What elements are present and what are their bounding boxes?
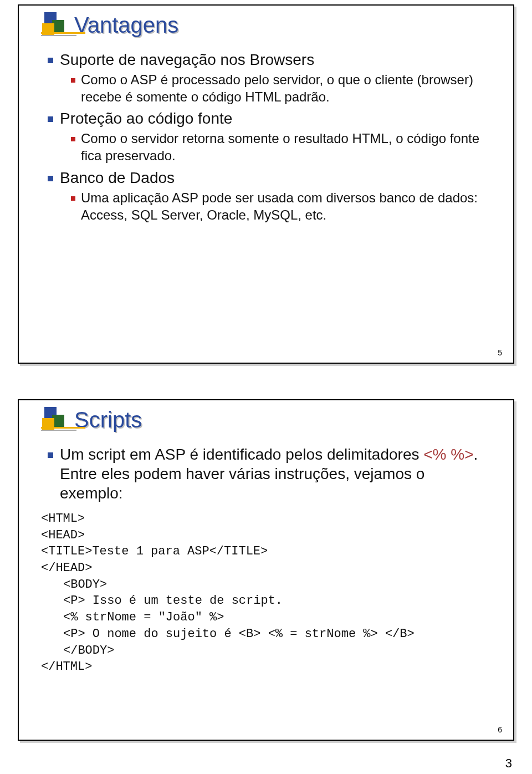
slide-vantagens: Vantagens Suporte de navegação nos Brows…	[18, 4, 514, 364]
slide-number: 6	[498, 725, 502, 734]
delimiter-text: <% %>	[423, 446, 473, 463]
bullet-list: Um script em ASP é identificado pelos de…	[41, 445, 491, 503]
item-label: Banco de Dados	[60, 169, 175, 186]
sub-item: Como o ASP é processado pelo servidor, o…	[71, 72, 491, 105]
bullet-list: Suporte de navegação nos Browsers Como o…	[41, 50, 491, 223]
list-item: Um script em ASP é identificado pelos de…	[48, 445, 491, 503]
code-line: </BODY>	[41, 643, 491, 659]
code-line: </HTML>	[41, 659, 491, 675]
list-item: Suporte de navegação nos Browsers Como o…	[48, 50, 491, 105]
list-item: Proteção ao código fonte Como o servidor…	[48, 109, 491, 164]
slide-number: 5	[498, 348, 502, 357]
slide-logo-icon	[41, 407, 66, 432]
sub-item: Uma aplicação ASP pode ser usada com div…	[71, 190, 491, 223]
item-label: Suporte de navegação nos Browsers	[60, 51, 314, 68]
code-line: <% strNome = "João" %>	[41, 609, 491, 626]
title-row: Scripts	[41, 407, 491, 432]
code-line: <HTML>	[41, 511, 491, 527]
title-row: Vantagens	[41, 12, 491, 38]
slide-content: Scripts Um script em ASP é identificado …	[19, 400, 513, 740]
page-number: 3	[505, 756, 512, 771]
sub-item: Como o servidor retorna somente o result…	[71, 130, 491, 164]
code-line: <TITLE>Teste 1 para ASP</TITLE>	[41, 543, 491, 560]
slide-content: Vantagens Suporte de navegação nos Brows…	[19, 6, 513, 363]
code-line: <P> O nome do sujeito é <B> <% = strNome…	[41, 626, 491, 643]
slide-scripts: Scripts Um script em ASP é identificado …	[18, 399, 514, 741]
item-label: Proteção ao código fonte	[60, 110, 232, 127]
slide-logo-icon	[41, 12, 66, 38]
list-item: Banco de Dados Uma aplicação ASP pode se…	[48, 168, 491, 223]
code-line: <BODY>	[41, 577, 491, 593]
code-line: </HEAD>	[41, 560, 491, 577]
slide-title: Vantagens	[74, 13, 178, 38]
intro-text-a: Um script em ASP é identificado pelos de…	[60, 446, 423, 463]
code-example: <HTML> <HEAD> <TITLE>Teste 1 para ASP</T…	[41, 511, 491, 675]
code-line: <P> Isso é um teste de script.	[41, 593, 491, 609]
code-line: <HEAD>	[41, 527, 491, 544]
